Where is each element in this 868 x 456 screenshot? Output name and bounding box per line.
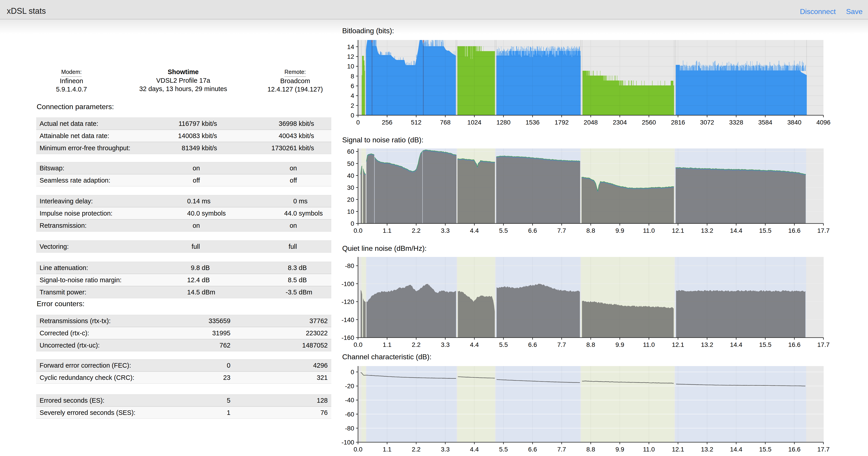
svg-text:16.6: 16.6 <box>788 341 801 348</box>
svg-text:-120: -120 <box>341 298 354 305</box>
svg-text:256: 256 <box>382 119 393 126</box>
svg-text:16.6: 16.6 <box>788 227 801 234</box>
svg-text:8.8: 8.8 <box>586 227 595 234</box>
svg-text:12: 12 <box>347 53 354 60</box>
svg-text:3328: 3328 <box>729 119 743 126</box>
svg-text:4: 4 <box>350 92 354 99</box>
svg-text:1280: 1280 <box>496 119 510 126</box>
svg-text:6: 6 <box>350 83 354 90</box>
svg-text:13.2: 13.2 <box>701 446 713 453</box>
svg-text:7.7: 7.7 <box>557 341 566 348</box>
svg-text:8.8: 8.8 <box>586 446 595 453</box>
svg-text:0.0: 0.0 <box>354 341 363 348</box>
svg-text:0: 0 <box>356 119 360 126</box>
svg-text:1792: 1792 <box>555 119 568 126</box>
svg-text:15.5: 15.5 <box>759 341 772 348</box>
svg-text:40: 40 <box>347 172 354 179</box>
svg-text:2304: 2304 <box>613 119 627 126</box>
svg-text:-40: -40 <box>345 397 354 403</box>
svg-text:-100: -100 <box>341 281 354 287</box>
svg-text:3840: 3840 <box>787 119 801 126</box>
svg-text:8.8: 8.8 <box>586 341 595 348</box>
svg-text:Signal to noise ratio (dB):: Signal to noise ratio (dB): <box>342 136 423 144</box>
svg-text:50: 50 <box>347 160 354 167</box>
svg-text:3.3: 3.3 <box>441 341 450 348</box>
svg-text:9.9: 9.9 <box>615 227 624 234</box>
svg-text:3584: 3584 <box>758 119 772 126</box>
svg-text:20: 20 <box>347 196 354 203</box>
svg-text:-140: -140 <box>341 316 354 323</box>
svg-text:14.4: 14.4 <box>730 446 742 453</box>
svg-text:4096: 4096 <box>816 119 831 126</box>
svg-text:-60: -60 <box>345 411 354 418</box>
svg-text:1.1: 1.1 <box>383 227 392 234</box>
svg-text:60: 60 <box>347 148 354 155</box>
svg-text:0: 0 <box>350 368 354 376</box>
svg-text:9.9: 9.9 <box>615 446 624 453</box>
svg-text:-20: -20 <box>345 383 354 390</box>
svg-text:11.0: 11.0 <box>643 446 655 453</box>
svg-text:6.6: 6.6 <box>528 227 537 234</box>
svg-text:2: 2 <box>350 102 354 109</box>
svg-text:7.7: 7.7 <box>557 227 566 234</box>
svg-text:1536: 1536 <box>526 119 539 126</box>
svg-text:0.0: 0.0 <box>354 227 363 234</box>
svg-text:7.7: 7.7 <box>557 446 566 453</box>
svg-text:12.1: 12.1 <box>672 341 684 348</box>
svg-text:12.1: 12.1 <box>672 227 684 234</box>
svg-text:5.5: 5.5 <box>499 227 508 234</box>
svg-text:512: 512 <box>411 119 422 126</box>
svg-text:-80: -80 <box>345 425 354 432</box>
svg-text:13.2: 13.2 <box>701 341 713 348</box>
svg-text:9.9: 9.9 <box>615 341 624 348</box>
svg-text:0: 0 <box>350 220 354 227</box>
svg-text:15.5: 15.5 <box>759 446 772 453</box>
svg-text:-80: -80 <box>345 262 354 269</box>
svg-text:4.4: 4.4 <box>470 446 479 453</box>
svg-text:0.0: 0.0 <box>354 446 363 453</box>
svg-text:17.7: 17.7 <box>817 446 830 453</box>
svg-text:2.2: 2.2 <box>412 446 421 453</box>
svg-text:768: 768 <box>440 119 451 126</box>
svg-text:17.7: 17.7 <box>817 341 830 348</box>
svg-text:2560: 2560 <box>642 119 656 126</box>
svg-text:1024: 1024 <box>467 119 481 126</box>
svg-text:8: 8 <box>350 73 354 80</box>
svg-text:2.2: 2.2 <box>412 341 421 348</box>
svg-text:3072: 3072 <box>700 119 714 126</box>
svg-text:6.6: 6.6 <box>528 341 537 348</box>
svg-text:13.2: 13.2 <box>701 227 713 234</box>
svg-text:1.1: 1.1 <box>383 446 392 453</box>
svg-text:12.1: 12.1 <box>672 446 684 453</box>
svg-text:15.5: 15.5 <box>759 227 772 234</box>
svg-text:5.5: 5.5 <box>499 446 508 453</box>
svg-text:3.3: 3.3 <box>441 446 450 453</box>
svg-text:17.7: 17.7 <box>817 227 830 234</box>
svg-text:2.2: 2.2 <box>412 227 421 234</box>
svg-text:-160: -160 <box>341 334 354 341</box>
svg-text:Quiet line noise (dBm/Hz):: Quiet line noise (dBm/Hz): <box>342 244 427 252</box>
svg-text:11.0: 11.0 <box>643 341 655 348</box>
svg-text:Bitloading (bits):: Bitloading (bits): <box>342 27 394 35</box>
svg-text:2816: 2816 <box>671 119 685 126</box>
svg-text:6.6: 6.6 <box>528 446 537 453</box>
svg-text:16.6: 16.6 <box>788 446 801 453</box>
svg-text:11.0: 11.0 <box>643 227 655 234</box>
svg-text:-100: -100 <box>341 439 354 446</box>
svg-text:3.3: 3.3 <box>441 227 450 234</box>
svg-text:4.4: 4.4 <box>470 341 479 348</box>
svg-text:14.4: 14.4 <box>730 227 742 234</box>
svg-text:0: 0 <box>350 112 354 119</box>
svg-text:14.4: 14.4 <box>730 341 742 348</box>
svg-text:10: 10 <box>347 208 354 215</box>
svg-text:10: 10 <box>347 63 354 70</box>
svg-text:Channel characteristic (dB):: Channel characteristic (dB): <box>342 353 432 361</box>
svg-text:1.1: 1.1 <box>383 341 392 348</box>
svg-text:14: 14 <box>347 43 354 51</box>
svg-text:4.4: 4.4 <box>470 227 479 234</box>
svg-text:5.5: 5.5 <box>499 341 508 348</box>
svg-text:2048: 2048 <box>584 119 598 126</box>
svg-text:30: 30 <box>347 184 354 191</box>
